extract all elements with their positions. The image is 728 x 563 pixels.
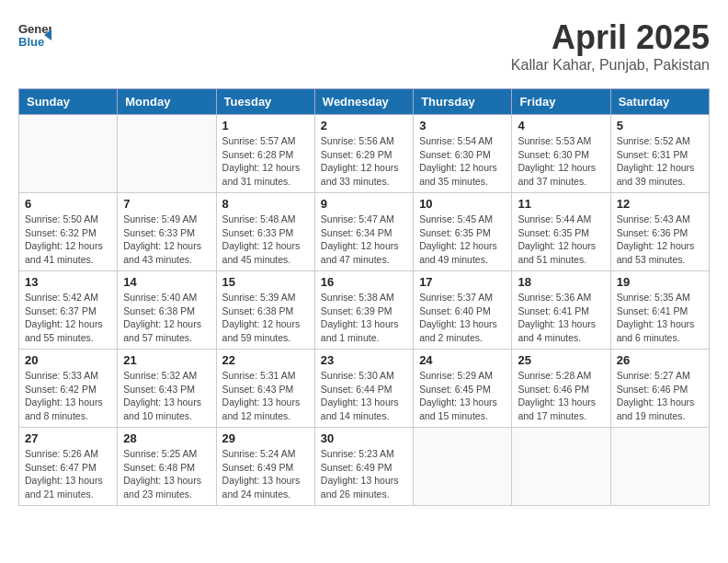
column-header-friday: Friday: [512, 89, 610, 115]
calendar-cell: 4Sunrise: 5:53 AM Sunset: 6:30 PM Daylig…: [512, 115, 610, 193]
day-detail: Sunrise: 5:29 AM Sunset: 6:45 PM Dayligh…: [419, 369, 506, 423]
calendar-cell: 1Sunrise: 5:57 AM Sunset: 6:28 PM Daylig…: [216, 115, 314, 193]
day-number: 19: [617, 275, 703, 289]
day-detail: Sunrise: 5:45 AM Sunset: 6:35 PM Dayligh…: [419, 213, 506, 267]
day-number: 10: [419, 197, 506, 211]
day-detail: Sunrise: 5:50 AM Sunset: 6:32 PM Dayligh…: [25, 213, 111, 267]
calendar-cell: 12Sunrise: 5:43 AM Sunset: 6:36 PM Dayli…: [610, 193, 709, 271]
week-row-3: 13Sunrise: 5:42 AM Sunset: 6:37 PM Dayli…: [19, 271, 710, 350]
main-title: April 2025: [511, 18, 710, 57]
week-row-1: 1Sunrise: 5:57 AM Sunset: 6:28 PM Daylig…: [19, 115, 710, 193]
day-number: 15: [222, 275, 309, 289]
calendar-cell: 28Sunrise: 5:25 AM Sunset: 6:48 PM Dayli…: [118, 428, 216, 506]
day-number: 6: [25, 197, 111, 211]
day-detail: Sunrise: 5:26 AM Sunset: 6:47 PM Dayligh…: [25, 447, 111, 501]
calendar-cell: 23Sunrise: 5:30 AM Sunset: 6:44 PM Dayli…: [314, 350, 413, 428]
svg-text:Blue: Blue: [18, 35, 44, 49]
calendar-cell: [610, 428, 709, 506]
calendar-table: SundayMondayTuesdayWednesdayThursdayFrid…: [18, 88, 710, 506]
calendar-cell: 26Sunrise: 5:27 AM Sunset: 6:46 PM Dayli…: [610, 350, 709, 428]
day-number: 23: [321, 353, 407, 367]
logo: General Blue: [18, 18, 51, 55]
calendar-cell: 7Sunrise: 5:49 AM Sunset: 6:33 PM Daylig…: [118, 193, 216, 271]
day-detail: Sunrise: 5:57 AM Sunset: 6:28 PM Dayligh…: [222, 134, 309, 189]
calendar-cell: 27Sunrise: 5:26 AM Sunset: 6:47 PM Dayli…: [19, 428, 118, 506]
day-detail: Sunrise: 5:30 AM Sunset: 6:44 PM Dayligh…: [321, 369, 407, 423]
day-number: 26: [617, 353, 703, 367]
day-number: 25: [518, 353, 604, 367]
calendar-cell: 17Sunrise: 5:37 AM Sunset: 6:40 PM Dayli…: [414, 271, 512, 350]
column-header-tuesday: Tuesday: [216, 89, 314, 115]
day-number: 16: [321, 275, 407, 289]
day-detail: Sunrise: 5:48 AM Sunset: 6:33 PM Dayligh…: [222, 213, 309, 267]
day-number: 20: [25, 353, 111, 367]
day-detail: Sunrise: 5:40 AM Sunset: 6:38 PM Dayligh…: [123, 291, 210, 345]
title-area: April 2025 Kallar Kahar, Punjab, Pakista…: [511, 18, 710, 74]
column-header-sunday: Sunday: [19, 89, 118, 115]
day-detail: Sunrise: 5:31 AM Sunset: 6:43 PM Dayligh…: [222, 369, 309, 423]
logo-icon: General Blue: [18, 18, 51, 55]
day-number: 2: [321, 119, 407, 132]
day-number: 24: [419, 353, 506, 367]
header: General Blue April 2025 Kallar Kahar, Pu…: [18, 18, 710, 74]
day-number: 21: [123, 353, 210, 367]
day-detail: Sunrise: 5:44 AM Sunset: 6:35 PM Dayligh…: [518, 213, 604, 267]
calendar-cell: 2Sunrise: 5:56 AM Sunset: 6:29 PM Daylig…: [314, 115, 413, 193]
subtitle: Kallar Kahar, Punjab, Pakistan: [511, 57, 710, 74]
day-detail: Sunrise: 5:49 AM Sunset: 6:33 PM Dayligh…: [123, 213, 210, 267]
day-number: 22: [222, 353, 309, 367]
day-detail: Sunrise: 5:25 AM Sunset: 6:48 PM Dayligh…: [123, 447, 210, 501]
calendar-cell: 25Sunrise: 5:28 AM Sunset: 6:46 PM Dayli…: [512, 350, 610, 428]
calendar-cell: 10Sunrise: 5:45 AM Sunset: 6:35 PM Dayli…: [414, 193, 512, 271]
day-number: 9: [321, 197, 407, 211]
day-detail: Sunrise: 5:56 AM Sunset: 6:29 PM Dayligh…: [321, 134, 407, 189]
calendar-cell: 3Sunrise: 5:54 AM Sunset: 6:30 PM Daylig…: [414, 115, 512, 193]
calendar-cell: 13Sunrise: 5:42 AM Sunset: 6:37 PM Dayli…: [19, 271, 118, 350]
day-detail: Sunrise: 5:43 AM Sunset: 6:36 PM Dayligh…: [617, 213, 703, 267]
day-number: 12: [617, 197, 703, 211]
calendar-cell: 5Sunrise: 5:52 AM Sunset: 6:31 PM Daylig…: [610, 115, 709, 193]
day-detail: Sunrise: 5:38 AM Sunset: 6:39 PM Dayligh…: [321, 291, 407, 345]
calendar-header-row: SundayMondayTuesdayWednesdayThursdayFrid…: [19, 89, 710, 115]
day-detail: Sunrise: 5:47 AM Sunset: 6:34 PM Dayligh…: [321, 213, 407, 267]
day-number: 5: [617, 119, 703, 132]
calendar-cell: 18Sunrise: 5:36 AM Sunset: 6:41 PM Dayli…: [512, 271, 610, 350]
calendar-cell: 24Sunrise: 5:29 AM Sunset: 6:45 PM Dayli…: [414, 350, 512, 428]
day-detail: Sunrise: 5:27 AM Sunset: 6:46 PM Dayligh…: [617, 369, 703, 423]
day-number: 29: [222, 431, 309, 445]
day-number: 30: [321, 431, 407, 445]
week-row-5: 27Sunrise: 5:26 AM Sunset: 6:47 PM Dayli…: [19, 428, 710, 506]
calendar-cell: 8Sunrise: 5:48 AM Sunset: 6:33 PM Daylig…: [216, 193, 314, 271]
day-detail: Sunrise: 5:36 AM Sunset: 6:41 PM Dayligh…: [518, 291, 604, 345]
column-header-wednesday: Wednesday: [314, 89, 413, 115]
day-number: 4: [518, 119, 604, 132]
calendar-cell: 21Sunrise: 5:32 AM Sunset: 6:43 PM Dayli…: [118, 350, 216, 428]
calendar-cell: 14Sunrise: 5:40 AM Sunset: 6:38 PM Dayli…: [118, 271, 216, 350]
calendar-cell: 15Sunrise: 5:39 AM Sunset: 6:38 PM Dayli…: [216, 271, 314, 350]
day-detail: Sunrise: 5:32 AM Sunset: 6:43 PM Dayligh…: [123, 369, 210, 423]
calendar-cell: 20Sunrise: 5:33 AM Sunset: 6:42 PM Dayli…: [19, 350, 118, 428]
day-number: 17: [419, 275, 506, 289]
day-number: 18: [518, 275, 604, 289]
day-number: 14: [123, 275, 210, 289]
calendar-cell: [512, 428, 610, 506]
week-row-2: 6Sunrise: 5:50 AM Sunset: 6:32 PM Daylig…: [19, 193, 710, 271]
calendar-cell: [118, 115, 216, 193]
calendar-cell: 19Sunrise: 5:35 AM Sunset: 6:41 PM Dayli…: [610, 271, 709, 350]
column-header-saturday: Saturday: [610, 89, 709, 115]
day-detail: Sunrise: 5:39 AM Sunset: 6:38 PM Dayligh…: [222, 291, 309, 345]
calendar-cell: 11Sunrise: 5:44 AM Sunset: 6:35 PM Dayli…: [512, 193, 610, 271]
day-number: 11: [518, 197, 604, 211]
calendar-cell: 30Sunrise: 5:23 AM Sunset: 6:49 PM Dayli…: [314, 428, 413, 506]
day-number: 27: [25, 431, 111, 445]
day-detail: Sunrise: 5:24 AM Sunset: 6:49 PM Dayligh…: [222, 447, 309, 501]
day-detail: Sunrise: 5:42 AM Sunset: 6:37 PM Dayligh…: [25, 291, 111, 345]
day-detail: Sunrise: 5:33 AM Sunset: 6:42 PM Dayligh…: [25, 369, 111, 423]
day-number: 3: [419, 119, 506, 132]
day-number: 13: [25, 275, 111, 289]
day-detail: Sunrise: 5:35 AM Sunset: 6:41 PM Dayligh…: [617, 291, 703, 345]
day-detail: Sunrise: 5:54 AM Sunset: 6:30 PM Dayligh…: [419, 134, 506, 189]
day-number: 7: [123, 197, 210, 211]
calendar-cell: [19, 115, 118, 193]
calendar-cell: 22Sunrise: 5:31 AM Sunset: 6:43 PM Dayli…: [216, 350, 314, 428]
